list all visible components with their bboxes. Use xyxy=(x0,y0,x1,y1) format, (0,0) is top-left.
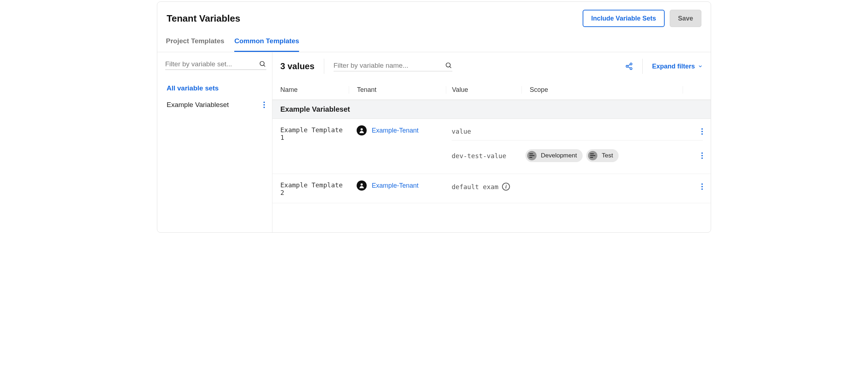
page-container: Tenant Variables Include Variable Sets S… xyxy=(157,1,711,233)
filter-variable-set-input[interactable] xyxy=(165,60,259,68)
tenant-link[interactable]: Example-Tenant xyxy=(372,127,419,134)
svg-point-9 xyxy=(361,128,363,130)
table-row: Example Template 1 Example-Tenant value xyxy=(272,119,711,174)
cell-name: Example Template 2 xyxy=(280,180,349,196)
save-button[interactable]: Save xyxy=(670,10,701,27)
divider xyxy=(324,59,324,74)
svg-point-0 xyxy=(260,62,265,66)
avatar-icon xyxy=(357,180,367,191)
col-header-name: Name xyxy=(280,86,349,94)
values-count: 3 values xyxy=(280,61,315,71)
content-body: All variable sets Example Variableset 3 … xyxy=(157,52,711,232)
value-line: dev-test-value Development Test xyxy=(452,140,703,167)
col-header-tenant: Tenant xyxy=(349,86,446,94)
svg-point-4 xyxy=(630,63,632,65)
table-header: Name Tenant Value Scope xyxy=(272,80,711,100)
svg-point-6 xyxy=(630,68,632,70)
server-icon xyxy=(527,151,537,160)
kebab-menu-icon[interactable] xyxy=(701,128,703,135)
cell-values: value dev-test-value Development xyxy=(446,125,703,167)
value-text: dev-test-value xyxy=(452,152,525,160)
scope-chip[interactable]: Development xyxy=(525,149,583,162)
sidebar-item-all-variable-sets[interactable]: All variable sets xyxy=(165,80,266,97)
share-icon[interactable] xyxy=(625,62,633,70)
cell-tenant: Example-Tenant xyxy=(349,125,446,135)
scope-chip-label: Development xyxy=(541,152,577,159)
page-header: Tenant Variables Include Variable Sets S… xyxy=(157,2,711,27)
info-icon[interactable]: i xyxy=(502,183,510,191)
tab-project-templates[interactable]: Project Templates xyxy=(166,37,224,52)
scope-chip-label: Test xyxy=(602,152,613,159)
server-icon xyxy=(588,151,597,160)
page-title: Tenant Variables xyxy=(167,13,240,24)
filter-variable-name-wrap xyxy=(334,62,452,71)
value-line: value xyxy=(452,125,703,140)
tenant-link[interactable]: Example-Tenant xyxy=(372,182,419,190)
col-header-scope: Scope xyxy=(521,86,683,94)
avatar-icon xyxy=(357,125,367,135)
table-row: Example Template 2 Example-Tenant defaul… xyxy=(272,174,711,203)
search-icon xyxy=(445,62,452,69)
search-icon xyxy=(259,61,266,68)
main-panel: 3 values Expand filters Name Tenant Valu… xyxy=(272,52,711,232)
svg-line-1 xyxy=(264,65,265,67)
value-line: default exam i xyxy=(452,180,703,196)
svg-point-5 xyxy=(626,65,628,67)
kebab-menu-icon[interactable] xyxy=(701,152,703,159)
kebab-menu-icon[interactable] xyxy=(701,183,703,190)
scope-chip[interactable]: Test xyxy=(586,149,619,162)
expand-filters-label: Expand filters xyxy=(652,63,695,70)
kebab-menu-icon[interactable] xyxy=(263,102,265,108)
include-variable-sets-button[interactable]: Include Variable Sets xyxy=(583,10,665,27)
svg-line-3 xyxy=(449,66,451,68)
toolbar: 3 values Expand filters xyxy=(272,52,711,80)
sidebar-item-label: All variable sets xyxy=(167,84,265,92)
cell-tenant: Example-Tenant xyxy=(349,180,446,191)
header-actions: Include Variable Sets Save xyxy=(583,10,701,27)
col-header-action xyxy=(683,86,703,94)
filter-variable-set-wrap xyxy=(165,60,266,70)
col-header-value: Value xyxy=(446,86,521,94)
chevron-down-icon xyxy=(698,64,703,69)
value-text: default exam i xyxy=(452,183,525,191)
tab-common-templates[interactable]: Common Templates xyxy=(234,37,299,52)
filter-variable-name-input[interactable] xyxy=(334,62,445,70)
cell-values: default exam i xyxy=(446,180,703,196)
svg-point-2 xyxy=(446,63,450,67)
sidebar-item-example-variableset[interactable]: Example Variableset xyxy=(165,97,266,113)
expand-filters-button[interactable]: Expand filters xyxy=(652,63,703,70)
tabs: Project Templates Common Templates xyxy=(157,27,711,52)
scope-cell: Development Test xyxy=(525,149,688,162)
svg-point-10 xyxy=(361,183,363,186)
sidebar-item-label: Example Variableset xyxy=(167,101,263,109)
svg-line-8 xyxy=(628,67,630,68)
value-text: value xyxy=(452,128,525,135)
svg-line-7 xyxy=(628,64,630,66)
group-header: Example Variableset xyxy=(272,100,711,119)
sidebar: All variable sets Example Variableset xyxy=(157,52,272,232)
cell-name: Example Template 1 xyxy=(280,125,349,141)
divider xyxy=(642,59,643,74)
